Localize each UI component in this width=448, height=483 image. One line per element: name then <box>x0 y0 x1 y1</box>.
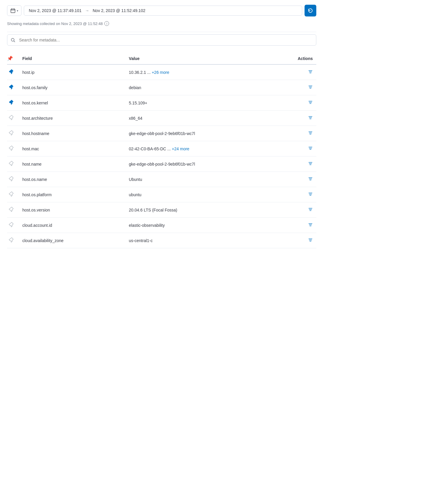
filter-icon[interactable] <box>308 69 313 74</box>
pin-cell[interactable] <box>7 64 19 80</box>
filter-icon[interactable] <box>308 131 313 135</box>
pin-cell[interactable] <box>7 111 19 126</box>
actions-cell <box>287 156 316 172</box>
pin-active-icon <box>9 85 14 91</box>
field-cell: cloud.account.id <box>19 218 125 233</box>
pin-cell[interactable] <box>7 187 19 202</box>
filter-icon[interactable] <box>308 176 313 181</box>
pin-cell[interactable] <box>7 80 19 95</box>
pin-cell[interactable] <box>7 156 19 172</box>
pin-inactive-icon <box>9 161 14 167</box>
search-container <box>7 34 316 46</box>
field-cell: host.os.family <box>19 80 125 95</box>
value-cell: gke-edge-oblt-pool-2-9eb6f01b-wc7l <box>125 126 287 141</box>
actions-cell <box>287 126 316 141</box>
calendar-button[interactable]: ▾ <box>7 5 21 16</box>
pin-inactive-icon <box>9 131 14 136</box>
more-link[interactable]: +26 more <box>152 70 169 75</box>
pin-cell[interactable] <box>7 172 19 187</box>
search-icon <box>11 38 15 42</box>
filter-icon[interactable] <box>308 100 313 105</box>
table-row: host.architecturex86_64 <box>7 111 316 126</box>
pin-active-icon <box>9 69 14 75</box>
field-cell: host.architecture <box>19 111 125 126</box>
table-row: cloud.availability_zoneus-central1-c <box>7 233 316 248</box>
value-cell: us-central1-c <box>125 233 287 248</box>
pin-inactive-icon <box>9 207 14 213</box>
actions-header: Actions <box>287 53 316 64</box>
table-header: 📌 Field Value Actions <box>7 53 316 64</box>
date-from: Nov 2, 2023 @ 11:37:49.101 <box>29 8 81 13</box>
value-cell: 5.15.109+ <box>125 95 287 111</box>
value-cell: debian <box>125 80 287 95</box>
filter-icon[interactable] <box>308 85 313 89</box>
filter-icon[interactable] <box>308 146 313 151</box>
calendar-icon <box>10 8 16 13</box>
actions-cell <box>287 218 316 233</box>
pin-cell[interactable] <box>7 141 19 156</box>
table-row: host.hostnamegke-edge-oblt-pool-2-9eb6f0… <box>7 126 316 141</box>
actions-cell <box>287 111 316 126</box>
arrow-icon: → <box>85 8 89 13</box>
value-cell: gke-edge-oblt-pool-2-9eb6f01b-wc7l <box>125 156 287 172</box>
pin-inactive-icon <box>9 238 14 244</box>
value-cell: 20.04.6 LTS (Focal Fossa) <box>125 202 287 218</box>
actions-cell <box>287 64 316 80</box>
pin-inactive-icon <box>9 222 14 228</box>
value-cell: elastic-observability <box>125 218 287 233</box>
actions-cell <box>287 80 316 95</box>
info-icon[interactable]: i <box>104 21 109 26</box>
table-row: cloud.account.idelastic-observability <box>7 218 316 233</box>
filter-icon[interactable] <box>308 238 313 242</box>
field-cell: host.mac <box>19 141 125 156</box>
field-cell: host.os.platform <box>19 187 125 202</box>
pin-cell[interactable] <box>7 202 19 218</box>
filter-icon[interactable] <box>308 222 313 227</box>
value-text: 02-42-C0-BA-65-DC ... <box>129 146 172 151</box>
value-cell: ubuntu <box>125 187 287 202</box>
value-cell: 10.36.2.1 ... +26 more <box>125 64 287 80</box>
actions-cell <box>287 187 316 202</box>
actions-cell <box>287 202 316 218</box>
pin-cell[interactable] <box>7 218 19 233</box>
table-body: host.ip10.36.2.1 ... +26 more host.os.fa… <box>7 64 316 248</box>
pin-header-col: 📌 <box>7 53 19 64</box>
table-row: host.os.version20.04.6 LTS (Focal Fossa) <box>7 202 316 218</box>
table-row: host.os.platformubuntu <box>7 187 316 202</box>
pin-inactive-icon <box>9 115 14 121</box>
svg-line-5 <box>14 41 15 42</box>
metadata-info-text: Showing metadata collected on Nov 2, 202… <box>7 21 103 26</box>
refresh-button[interactable] <box>305 5 316 16</box>
value-cell: Ubuntu <box>125 172 287 187</box>
filter-icon[interactable] <box>308 115 313 120</box>
date-to: Nov 2, 2023 @ 11:52:49.102 <box>93 8 145 13</box>
table-row: host.ip10.36.2.1 ... +26 more <box>7 64 316 80</box>
table-row: host.os.kernel5.15.109+ <box>7 95 316 111</box>
table-row: host.mac02-42-C0-BA-65-DC ... +24 more <box>7 141 316 156</box>
filter-icon[interactable] <box>308 207 313 212</box>
time-range-input[interactable]: Nov 2, 2023 @ 11:37:49.101 → Nov 2, 2023… <box>24 6 302 16</box>
field-cell: cloud.availability_zone <box>19 233 125 248</box>
pin-inactive-icon <box>9 176 14 182</box>
pin-inactive-icon <box>9 146 14 152</box>
filter-icon[interactable] <box>308 161 313 166</box>
actions-cell <box>287 172 316 187</box>
time-range-bar: ▾ Nov 2, 2023 @ 11:37:49.101 → Nov 2, 20… <box>7 5 316 16</box>
metadata-info: Showing metadata collected on Nov 2, 202… <box>7 21 316 26</box>
field-cell: host.os.kernel <box>19 95 125 111</box>
chevron-down-icon: ▾ <box>17 9 18 12</box>
actions-cell <box>287 95 316 111</box>
pin-inactive-icon <box>9 192 14 198</box>
pin-cell[interactable] <box>7 233 19 248</box>
pin-cell[interactable] <box>7 126 19 141</box>
table-row: host.os.nameUbuntu <box>7 172 316 187</box>
value-header: Value <box>125 53 287 64</box>
filter-icon[interactable] <box>308 192 313 196</box>
search-input[interactable] <box>7 34 316 46</box>
refresh-icon <box>308 8 313 13</box>
pin-cell[interactable] <box>7 95 19 111</box>
search-icon-wrapper <box>11 38 15 42</box>
more-link[interactable]: +24 more <box>172 146 190 151</box>
metadata-table: 📌 Field Value Actions host.ip10.36.2.1 .… <box>7 53 316 248</box>
value-cell: 02-42-C0-BA-65-DC ... +24 more <box>125 141 287 156</box>
